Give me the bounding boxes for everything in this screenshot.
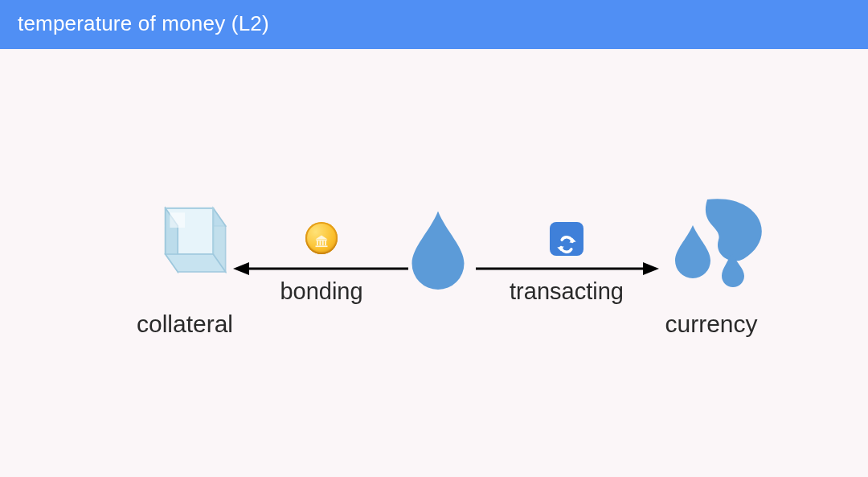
swap-icon xyxy=(550,222,583,256)
node-liquid xyxy=(402,209,474,293)
label-collateral: collateral xyxy=(113,310,257,338)
svg-rect-10 xyxy=(322,241,324,245)
diagram: collateral xyxy=(113,201,772,362)
svg-rect-9 xyxy=(320,241,321,245)
svg-rect-11 xyxy=(325,241,326,245)
svg-rect-12 xyxy=(316,245,328,247)
arrow-transacting: transacting xyxy=(474,249,659,298)
water-drop-icon xyxy=(403,278,473,292)
svg-marker-6 xyxy=(316,236,328,240)
node-currency: currency xyxy=(643,193,780,338)
svg-marker-14 xyxy=(233,262,249,275)
svg-rect-8 xyxy=(317,241,318,245)
ice-cube-icon xyxy=(141,278,229,292)
arrow-bonding: bonding xyxy=(233,249,410,298)
label-transacting: transacting xyxy=(474,278,659,305)
label-currency: currency xyxy=(643,310,780,338)
svg-marker-5 xyxy=(170,212,185,228)
arrow-right-line-icon xyxy=(474,261,659,277)
slide-title-bar: temperature of money (L2) xyxy=(0,0,868,49)
slide: temperature of money (L2) xyxy=(0,0,868,477)
svg-rect-7 xyxy=(316,240,326,241)
bank-coin-icon xyxy=(305,222,338,254)
water-splash-icon xyxy=(651,278,772,292)
slide-title: temperature of money (L2) xyxy=(18,11,269,35)
arrow-left-line-icon xyxy=(233,261,410,277)
label-bonding: bonding xyxy=(233,278,410,305)
